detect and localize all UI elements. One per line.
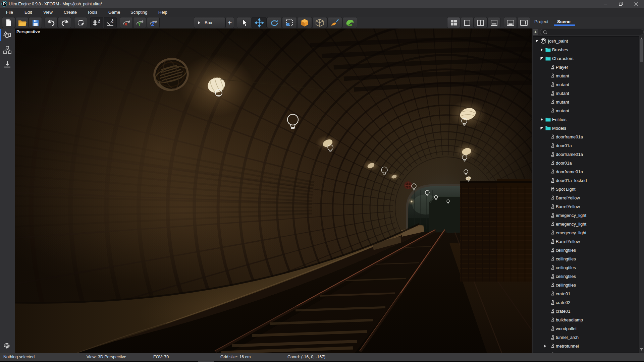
svg-text:2: 2: [112, 20, 113, 23]
svg-text:2: 2: [99, 20, 100, 23]
